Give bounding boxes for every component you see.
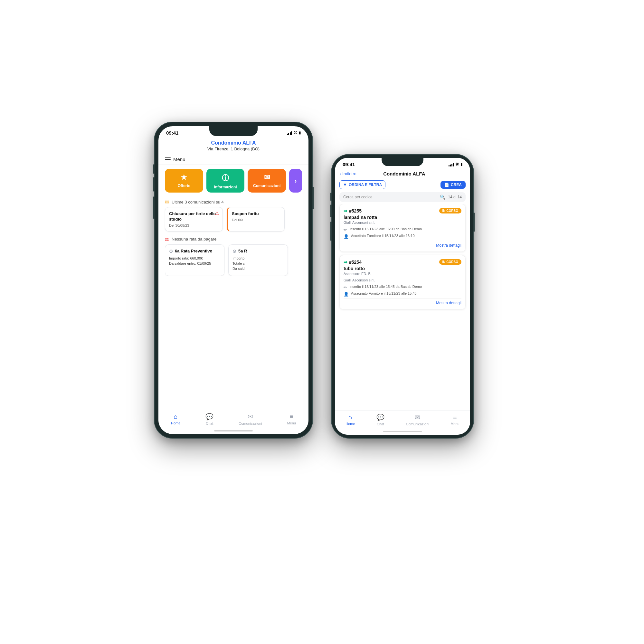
person-icon-1: 👤 <box>344 292 349 297</box>
right-home-icon: ⌂ <box>348 413 352 421</box>
offerte-label: Offerte <box>178 184 190 188</box>
right-phone-screen: 09:41 ⌘ ▮ ‹ Indietro <box>335 158 470 435</box>
ticket-number-1: ➡ #5254 <box>344 260 362 265</box>
comm-card-title-1: Sospen foritu <box>232 211 280 217</box>
right-battery-icon: ▮ <box>460 162 462 166</box>
ticket-header-0: ➡ #5255 IN CORSO <box>344 208 461 213</box>
filter-icon: ▼ <box>343 182 347 187</box>
ticket-card-0[interactable]: ➡ #5255 IN CORSO lampadina rotta Gialli … <box>339 204 466 252</box>
ticket-arrow-icon-1: ➡ <box>344 260 347 265</box>
rata-scadenza-0: Da saldare entro: 01/09/25 <box>169 261 220 265</box>
back-label: Indietro <box>342 171 356 176</box>
right-nav-home[interactable]: ⌂ Home <box>346 413 355 426</box>
offerte-button[interactable]: ★ Offerte <box>165 169 203 193</box>
ticket-number-0: ➡ #5255 <box>344 208 362 213</box>
ticket-title-1: tubo rotto <box>344 266 461 271</box>
right-nav-comunicazioni-label: Comunicazioni <box>406 422 429 426</box>
coin-icon: ⊙ <box>169 249 173 254</box>
right-power-button <box>473 213 475 232</box>
rata-title-0: ⊙ 6a Rata Preventivo <box>169 249 220 254</box>
right-nav-chat-label: Chat <box>377 422 384 426</box>
vol-up-button <box>153 177 155 192</box>
ticket-card-1[interactable]: ➡ #5254 IN CORSO tubo rotto Ascensore ED… <box>339 255 466 309</box>
rata-scadenza-1: Totale c <box>232 261 284 265</box>
mostra-link-1[interactable]: Mostra dettagli <box>344 298 461 305</box>
back-button[interactable]: ‹ Indietro <box>340 171 356 176</box>
power-button <box>312 187 314 209</box>
right-nav-home-label: Home <box>346 422 355 426</box>
person-icon-0: 👤 <box>344 234 349 239</box>
right-wifi-icon: ⌘ <box>455 162 459 166</box>
comunicazioni-button[interactable]: ✉ Comunicazioni <box>248 169 286 193</box>
edit-icon-1: ✏ <box>344 285 347 290</box>
ticket-company-1b: Gialli Ascensori s.r.l. <box>344 278 461 282</box>
notch <box>209 126 258 136</box>
right-nav-chat[interactable]: 💬 Chat <box>376 413 384 426</box>
app-subtitle: Via Firenze, 1 Bologna (BO) <box>165 147 302 151</box>
right-page-title: Condominio ALFA <box>356 171 452 176</box>
nav-comunicazioni-label: Comunicazioni <box>239 421 262 425</box>
right-signal-icon <box>449 163 454 166</box>
menu-grid: ★ Offerte ⓘ Informazioni ✉ Comunicazioni… <box>158 165 308 196</box>
nav-home[interactable]: ⌂ Home <box>171 413 180 425</box>
comm-card-date-0: Del 30/08/23 <box>169 223 219 227</box>
ticket-header-1: ➡ #5254 IN CORSO <box>344 259 461 265</box>
result-count: 14 di 14 <box>448 195 462 199</box>
mostra-link-0[interactable]: Mostra dettagli <box>344 241 461 248</box>
ticket-arrow-icon-0: ➡ <box>344 208 347 213</box>
crea-icon: 📄 <box>444 183 449 187</box>
right-bottom-nav: ⌂ Home 💬 Chat ✉ Comunicazioni ≡ Menu <box>335 411 470 435</box>
silent-button <box>153 164 155 174</box>
rata-title-1: ⊙ 5a R <box>232 249 284 254</box>
ticket-row-0-1: 👤 Accettato Fornitore il 15/11/23 alle 1… <box>344 234 461 239</box>
right-chat-icon: 💬 <box>376 413 384 421</box>
right-nav-menu-icon: ≡ <box>453 413 457 421</box>
rata-card-1[interactable]: ⊙ 5a R Importo Totale c Da sald <box>228 244 288 276</box>
nav-menu-icon: ≡ <box>289 413 293 420</box>
chat-icon: 💬 <box>205 413 213 421</box>
edit-icon-0: ✏ <box>344 227 347 232</box>
rata-card-0[interactable]: ⊙ 6a Rata Preventivo Importo rata: 660,0… <box>165 244 224 276</box>
ticket-company-0: Gialli Ascensori s.r.l. <box>344 221 461 224</box>
nav-comunicazioni[interactable]: ✉ Comunicazioni <box>239 413 262 425</box>
right-nav-menu[interactable]: ≡ Menu <box>450 413 459 426</box>
rate-section: ⚖ Nessuna rata da pagare ⊙ 6a Rata Preve… <box>158 235 308 278</box>
app-title: Condominio ALFA <box>165 140 302 146</box>
right-home-indicator <box>383 431 422 432</box>
status-icons: ⌘ ▮ <box>287 131 301 135</box>
info-label: Informazioni <box>214 185 237 189</box>
right-nav-menu-label: Menu <box>450 422 459 426</box>
comm-card-1[interactable]: Sospen foritu Del 06/ <box>227 207 285 232</box>
nav-chat[interactable]: 💬 Chat <box>205 413 213 425</box>
search-bar[interactable]: 🔍 14 di 14 <box>339 192 466 202</box>
comunicazioni-label: Comunicazioni <box>253 184 280 188</box>
comunicazioni-section-header: ✉ Ultime 3 comunicazioni su 4 <box>158 196 308 207</box>
nav-menu[interactable]: ≡ Menu <box>287 413 296 425</box>
comunicazioni-icon: ✉ <box>264 173 270 182</box>
info-icon: ⓘ <box>222 173 229 183</box>
coin-icon-1: ⊙ <box>232 249 236 254</box>
signal-icon <box>287 131 292 135</box>
right-nav-comunicazioni[interactable]: ✉ Comunicazioni <box>406 413 429 426</box>
crea-button[interactable]: 📄 CREA <box>440 181 466 189</box>
warning-icon: ⚠ <box>215 211 219 216</box>
comm-card-date-1: Del 06/ <box>232 218 280 222</box>
search-input[interactable] <box>343 195 437 199</box>
comm-card-0[interactable]: Chiusura per ferie dello studio Del 30/0… <box>165 207 223 232</box>
informazioni-button[interactable]: ⓘ Informazioni <box>206 169 245 193</box>
nav-chat-label: Chat <box>206 421 213 425</box>
scene: 09:41 ⌘ ▮ Condominio ALFA Via Firenze, 1… <box>145 97 499 547</box>
crea-label: CREA <box>451 183 462 187</box>
filter-button[interactable]: ▼ ORDINA E FILTRA <box>339 180 385 189</box>
app-header: Condominio ALFA Via Firenze, 1 Bologna (… <box>158 137 308 154</box>
menu-bar[interactable]: Menu <box>158 154 308 165</box>
wifi-icon: ⌘ <box>294 131 297 135</box>
home-indicator <box>214 430 253 431</box>
ticket-row-1-0: ✏ Inserito il 15/11/23 alle 15:45 da Bas… <box>344 285 461 290</box>
hamburger-icon[interactable] <box>165 157 171 161</box>
rata-importo-1: Importo <box>232 256 284 260</box>
rata-card-list: ⊙ 6a Rata Preventivo Importo rata: 660,0… <box>165 244 302 276</box>
phone-right: 09:41 ⌘ ▮ ‹ Indietro <box>332 155 473 438</box>
more-button[interactable]: › <box>289 169 302 193</box>
ticket-title-0: lampadina rotta <box>344 215 461 220</box>
